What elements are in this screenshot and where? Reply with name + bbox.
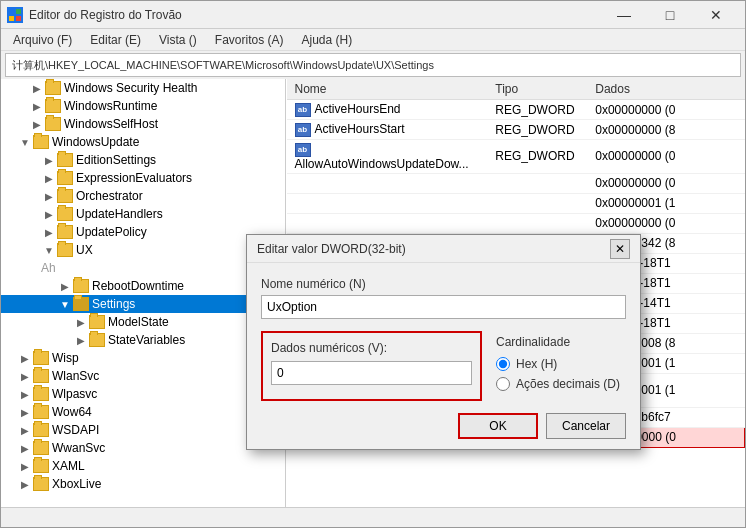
tree-item-sv[interactable]: ▶ StateVariables bbox=[1, 331, 285, 349]
table-row[interactable]: 0x00000000 (0 bbox=[287, 173, 745, 193]
tree-item-wlansvc[interactable]: ▶ WlanSvc bbox=[1, 367, 285, 385]
menu-ajuda[interactable]: Ajuda (H) bbox=[294, 31, 361, 49]
decimal-radio[interactable] bbox=[496, 377, 510, 391]
cell-name bbox=[287, 213, 488, 233]
registry-editor-window: Editor do Registro do Trovão — □ ✕ Arqui… bbox=[0, 0, 746, 528]
folder-icon-wsh2 bbox=[45, 117, 61, 131]
menu-editar[interactable]: Editar (E) bbox=[82, 31, 149, 49]
arrow-icon-wlansvc: ▶ bbox=[17, 368, 33, 384]
ok-button[interactable]: OK bbox=[458, 413, 538, 439]
table-row[interactable]: abActiveHoursStartREG_DWORD0x00000000 (8 bbox=[287, 120, 745, 140]
cell-name: abActiveHoursStart bbox=[287, 120, 488, 140]
tree-item-uh[interactable]: ▶ UpdateHandlers bbox=[1, 205, 285, 223]
tree-item-wu[interactable]: ▼ WindowsUpdate bbox=[1, 133, 285, 151]
arrow-icon-rd: ▶ bbox=[57, 278, 73, 294]
menu-bar: Arquivo (F) Editar (E) Vista () Favorito… bbox=[1, 29, 745, 51]
arrow-icon-wlpasvc: ▶ bbox=[17, 386, 33, 402]
tree-item-wsdapi[interactable]: ▶ WSDAPI bbox=[1, 421, 285, 439]
cell-data: 0x00000000 (0 bbox=[587, 213, 744, 233]
svg-rect-1 bbox=[16, 9, 21, 14]
minimize-button[interactable]: — bbox=[601, 1, 647, 29]
tree-item-wr[interactable]: ▶ WindowsRuntime bbox=[1, 97, 285, 115]
arrow-icon-uh: ▶ bbox=[41, 206, 57, 222]
decimal-label: Ações decimais (D) bbox=[516, 377, 620, 391]
cell-data: 0x00000001 (1 bbox=[587, 193, 744, 213]
arrow-icon-xboxlive: ▶ bbox=[17, 476, 33, 492]
menu-favoritos[interactable]: Favoritos (A) bbox=[207, 31, 292, 49]
close-button[interactable]: ✕ bbox=[693, 1, 739, 29]
address-bar[interactable]: 计算机\HKEY_LOCAL_MACHINE\SOFTWARE\Microsof… bbox=[5, 53, 741, 77]
tree-item-wsh2[interactable]: ▶ WindowsSelfHost bbox=[1, 115, 285, 133]
folder-icon-wlpasvc bbox=[33, 387, 49, 401]
col-nome: Nome bbox=[287, 79, 488, 100]
hex-radio-row: Hex (H) bbox=[496, 357, 626, 371]
tree-item-rd[interactable]: ▶ RebootDowntime bbox=[1, 277, 285, 295]
folder-icon-wu bbox=[33, 135, 49, 149]
registry-icon bbox=[7, 7, 23, 23]
tree-label-up: UpdatePolicy bbox=[76, 225, 147, 239]
tree-item-wsh[interactable]: ▶ Windows Security Health bbox=[1, 79, 285, 97]
arrow-icon-wr: ▶ bbox=[29, 98, 45, 114]
dialog-close-button[interactable]: ✕ bbox=[610, 239, 630, 259]
cell-name: abActiveHoursEnd bbox=[287, 100, 488, 120]
dados-label: Dados numéricos (V): bbox=[271, 341, 472, 355]
folder-icon-xaml bbox=[33, 459, 49, 473]
reg-icon: ab bbox=[295, 143, 311, 157]
tree-item-ee[interactable]: ▶ ExpressionEvaluators bbox=[1, 169, 285, 187]
tree-label-wisp: Wisp bbox=[52, 351, 79, 365]
table-row[interactable]: 0x00000001 (1 bbox=[287, 193, 745, 213]
tree-label-xaml: XAML bbox=[52, 459, 85, 473]
table-row[interactable]: abActiveHoursEndREG_DWORD0x00000000 (0 bbox=[287, 100, 745, 120]
tree-item-up[interactable]: ▶ UpdatePolicy bbox=[1, 223, 285, 241]
tree-label-wsh: Windows Security Health bbox=[64, 81, 197, 95]
nome-input[interactable] bbox=[261, 295, 626, 319]
menu-vista[interactable]: Vista () bbox=[151, 31, 205, 49]
table-row[interactable]: 0x00000000 (0 bbox=[287, 213, 745, 233]
arrow-icon-ms: ▶ bbox=[73, 314, 89, 330]
tree-item-wwansvc[interactable]: ▶ WwanSvc bbox=[1, 439, 285, 457]
tree-label-wlpasvc: Wlpasvc bbox=[52, 387, 97, 401]
folder-icon-es bbox=[57, 153, 73, 167]
arrow-icon-up: ▶ bbox=[41, 224, 57, 240]
tree-item-es[interactable]: ▶ EditionSettings bbox=[1, 151, 285, 169]
hex-radio[interactable] bbox=[496, 357, 510, 371]
cell-name-text: AllowAutoWindowsUpdateDow... bbox=[295, 157, 469, 171]
window-title: Editor do Registro do Trovão bbox=[29, 8, 182, 22]
cell-type: REG_DWORD bbox=[487, 100, 587, 120]
arrow-icon-xaml: ▶ bbox=[17, 458, 33, 474]
tree-item-wisp[interactable]: ▶ Wisp bbox=[1, 349, 285, 367]
folder-icon-rd bbox=[73, 279, 89, 293]
tree-label-sv: StateVariables bbox=[108, 333, 185, 347]
title-bar: Editor do Registro do Trovão — □ ✕ bbox=[1, 1, 745, 29]
tree-label-uh: UpdateHandlers bbox=[76, 207, 163, 221]
dados-input[interactable] bbox=[271, 361, 472, 385]
arrow-icon-sv: ▶ bbox=[73, 332, 89, 348]
tree-item-ux[interactable]: ▼ UX bbox=[1, 241, 285, 259]
tree-item-xboxlive[interactable]: ▶ XboxLive bbox=[1, 475, 285, 493]
tree-item-orc[interactable]: ▶ Orchestrator bbox=[1, 187, 285, 205]
cell-type: REG_DWORD bbox=[487, 120, 587, 140]
menu-arquivo[interactable]: Arquivo (F) bbox=[5, 31, 80, 49]
tree-label-wlansvc: WlanSvc bbox=[52, 369, 99, 383]
reg-icon: ab bbox=[295, 103, 311, 117]
folder-icon-ux bbox=[57, 243, 73, 257]
tree-label-wsdapi: WSDAPI bbox=[52, 423, 99, 437]
maximize-button[interactable]: □ bbox=[647, 1, 693, 29]
cancelar-button[interactable]: Cancelar bbox=[546, 413, 626, 439]
tree-item-xaml[interactable]: ▶ XAML bbox=[1, 457, 285, 475]
tree-item-ms[interactable]: ▶ ModelState bbox=[1, 313, 285, 331]
nome-label: Nome numérico (N) bbox=[261, 277, 626, 291]
title-controls: — □ ✕ bbox=[601, 1, 739, 29]
hex-label: Hex (H) bbox=[516, 357, 557, 371]
cell-data: 0x00000000 (0 bbox=[587, 140, 744, 174]
tree-label-rd: RebootDowntime bbox=[92, 279, 184, 293]
table-row[interactable]: abAllowAutoWindowsUpdateDow...REG_DWORD0… bbox=[287, 140, 745, 174]
cell-name bbox=[287, 173, 488, 193]
arrow-icon-wsdapi: ▶ bbox=[17, 422, 33, 438]
arrow-icon-orc: ▶ bbox=[41, 188, 57, 204]
tree-item-wlpasvc[interactable]: ▶ Wlpasvc bbox=[1, 385, 285, 403]
folder-icon-xboxlive bbox=[33, 477, 49, 491]
cell-name bbox=[287, 193, 488, 213]
tree-item-settings[interactable]: ▼ Settings bbox=[1, 295, 285, 313]
tree-item-wow64[interactable]: ▶ Wow64 bbox=[1, 403, 285, 421]
